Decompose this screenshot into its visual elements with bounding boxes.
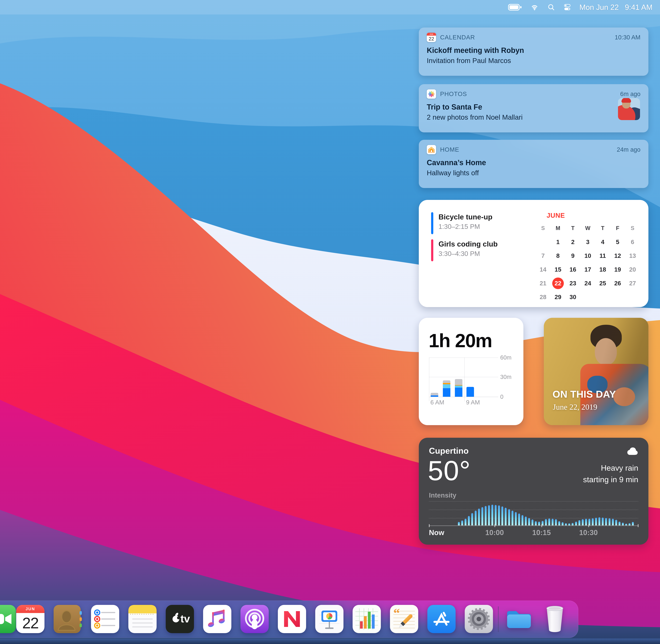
wifi-icon[interactable] [530,3,539,11]
dock-item-reminders-icon[interactable] [91,605,119,633]
intensity-bar [498,505,500,525]
day-cell: 1 [550,235,565,249]
time-axis-label: 10:00 [485,528,504,537]
spotlight-search-icon[interactable] [547,3,555,11]
intensity-bar [525,516,527,525]
calendar-widget[interactable]: Bicycle tune-up 1:30–2:15 PM Girls codin… [419,200,648,307]
mini-month-grid: SMTWTFS123456789101112131415161718192021… [536,221,640,304]
day-cell: 30 [565,290,580,304]
x-axis-label: 6 AM [430,399,444,406]
dock-item-contacts-icon[interactable] [53,605,82,633]
dock-item-podcasts-icon[interactable] [241,605,269,633]
screen-time-total: 1h 20m [429,330,492,351]
dock-item-keynote-icon[interactable] [315,605,343,633]
intensity-bar [538,522,540,525]
intensity-bar [548,519,550,525]
today-badge: 22 [552,278,564,289]
notification-body: Hallway lights off [427,169,640,177]
notification-calendar[interactable]: JUN22 CALENDAR 10:30 AM Kickoff meeting … [419,27,648,76]
day-cell-empty [625,290,640,304]
axis-tick [542,524,542,527]
control-center-icon[interactable] [563,3,571,11]
screen-time-widget[interactable]: 1h 20m 60m 30m 0 6 AM 9 AM [419,318,523,425]
screen-time-chart [429,358,498,397]
intensity-bar [552,519,553,525]
dock-item-app-store-icon[interactable] [427,605,456,633]
day-cell-empty [595,290,610,304]
intensity-bar [592,518,594,525]
notification-photos[interactable]: PHOTOS 6m ago Trip to Santa Fe 2 new pho… [419,84,648,132]
on-this-day-label: ON THIS DAY [552,389,616,400]
dock-item-music-icon[interactable] [203,605,231,633]
intensity-bar [578,520,580,525]
notification-time: 10:30 AM [615,34,640,41]
day-cell: 12 [610,249,625,262]
menu-bar: Mon Jun 22 9:41 AM [0,0,660,15]
intensity-bar [572,523,573,525]
day-cell: 15 [550,262,565,276]
weather-condition: Heavy rain starting in 9 min [583,462,638,485]
dock-item-calendar-icon[interactable]: JUN 22 [16,605,44,633]
dock-item-system-preferences-icon[interactable] [465,605,493,633]
calendar-month-title: JUNE [547,211,565,219]
axis-tick [638,524,638,527]
calendar-event[interactable]: Girls coding club 3:30–4:30 PM [431,239,498,261]
intensity-bar [585,519,587,525]
dock-item-trash-icon[interactable] [544,605,566,633]
intensity-bar [605,518,607,525]
day-cell-empty [580,290,595,304]
intensity-bar [485,506,486,525]
menubar-date[interactable]: Mon Jun 22 [579,3,619,12]
menubar-time[interactable]: 9:41 AM [625,3,653,12]
day-cell-empty [536,235,550,249]
day-cell: 25 [595,276,610,290]
battery-icon[interactable] [508,3,522,11]
day-header: S [536,221,550,235]
dock-item-numbers-icon[interactable] [352,605,381,633]
day-cell: 19 [610,262,625,276]
dock-item-apple-tv-icon[interactable]: tv [166,605,194,633]
dock-item-facetime-icon[interactable] [0,605,16,633]
calendar-app-icon: JUN22 [427,33,436,42]
day-cell: 6 [625,235,640,249]
menubar-clock[interactable]: Mon Jun 22 9:41 AM [579,3,653,12]
intensity-bar [622,523,624,525]
dock-item-downloads-folder-icon[interactable] [504,605,534,633]
intensity-chart [429,500,638,525]
day-cell: 3 [580,235,595,249]
notification-body: 2 new photos from Noel Mallari [427,113,640,121]
on-this-day-date: June 22, 2019 [553,402,597,412]
day-cell: 4 [595,235,610,249]
day-cell: 17 [580,262,595,276]
weather-widget[interactable]: Cupertino 50° Heavy rain starting in 9 m… [419,438,648,545]
photos-on-this-day-widget[interactable]: ON THIS DAY June 22, 2019 [544,318,648,425]
axis-tick [588,524,589,527]
intensity-bar [518,513,520,525]
intensity-bar [535,521,537,525]
day-cell: 20 [625,262,640,276]
notification-body: Invitation from Paul Marcos [427,56,640,65]
notification-home[interactable]: HOME 24m ago Cavanna’s Home Hallway ligh… [419,140,648,188]
time-axis [429,526,638,526]
intensity-bar [531,520,533,525]
dock-item-news-icon[interactable] [278,605,306,633]
y-axis-label: 0 [500,394,503,400]
weather-temperature: 50° [428,455,471,486]
x-axis-label: 9 AM [466,399,480,406]
notification-time: 24m ago [617,146,640,153]
intensity-bar [582,519,584,525]
intensity-bar [632,522,634,525]
dock-item-notes-icon[interactable] [128,605,157,633]
intensity-bar [568,523,570,525]
notification-time: 6m ago [620,91,640,97]
notification-thumbnail [618,98,640,120]
day-cell: 27 [625,276,640,290]
day-cell: 14 [536,262,550,276]
event-title: Bicycle tune-up [438,212,493,222]
event-color-bar [431,212,433,234]
day-cell: 28 [536,290,550,304]
calendar-event[interactable]: Bicycle tune-up 1:30–2:15 PM [431,212,493,234]
dock-item-pages-icon[interactable]: “ [390,605,418,633]
screen-bottom-edge [0,639,660,644]
intensity-bar [488,505,490,525]
